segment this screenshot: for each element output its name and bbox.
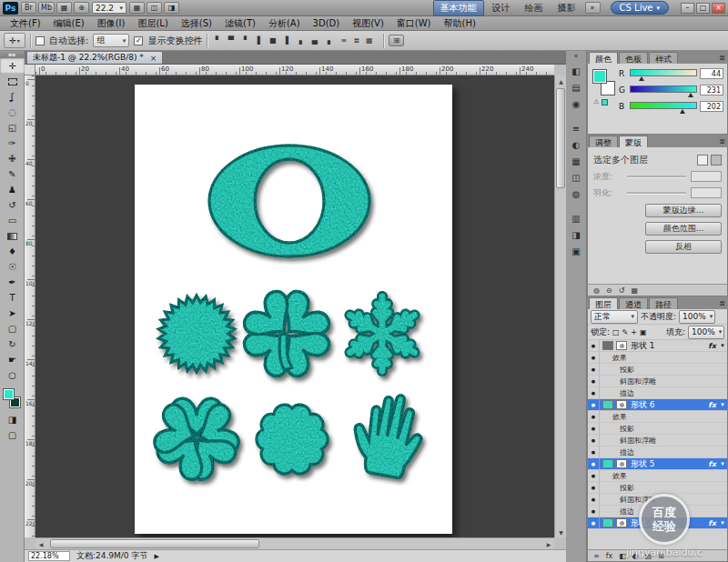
status-menu-arrow-icon[interactable]: ▶ [154, 553, 158, 560]
panel-icon-8[interactable]: ◍ [568, 187, 584, 201]
slider-thumb[interactable] [680, 109, 685, 114]
align-icon-2[interactable]: ▝ [238, 35, 249, 46]
align-icon-10[interactable]: ≣ [350, 35, 362, 46]
crop-tool[interactable]: ◱ [0, 120, 25, 135]
auto-select-dropdown[interactable]: 组 [93, 34, 129, 47]
channel-value-field[interactable]: 44 [700, 68, 723, 79]
effect-row[interactable]: ●斜面和浮雕 [588, 376, 727, 387]
menu-item-6[interactable]: 分析(A) [262, 17, 307, 30]
layer-row[interactable]: ●形状 5fx▾ [588, 458, 727, 470]
layers-footer-icon-0[interactable]: ∞ [593, 552, 600, 560]
collapse-effects-icon[interactable]: ▾ [718, 342, 727, 349]
color-tab[interactable]: 色板 [619, 52, 648, 64]
effects-header-row[interactable]: ●效果 [588, 470, 727, 482]
vertical-scrollbar[interactable]: ▲ ▼ [554, 75, 566, 537]
channel-slider[interactable] [630, 102, 697, 109]
visibility-eye-icon[interactable]: ● [588, 364, 600, 375]
workspace-button[interactable]: 设计 [486, 1, 517, 15]
effect-row[interactable]: ●斜面和浮雕 [588, 435, 727, 447]
visibility-eye-icon[interactable]: ● [588, 435, 600, 446]
layers-footer-icon-1[interactable]: fx [606, 552, 613, 560]
mask-button[interactable]: 反相 [645, 240, 722, 254]
align-icon-7[interactable]: ▄ [308, 35, 320, 46]
effects-header-row[interactable]: ●效果 [588, 411, 727, 423]
effect-row[interactable]: ●投影 [588, 423, 727, 435]
workspace-overflow-button[interactable]: » [585, 2, 601, 14]
document-page[interactable] [135, 85, 452, 534]
foreground-color-swatch[interactable] [592, 69, 607, 84]
quick-selection-tool[interactable]: ◌ [0, 105, 25, 120]
align-icon-11[interactable]: ▦ [363, 35, 375, 46]
app-icon-2[interactable]: ▦ [56, 2, 72, 14]
channel-slider[interactable] [630, 69, 697, 76]
menu-item-4[interactable]: 选择(S) [175, 17, 218, 30]
visibility-eye-icon[interactable]: ● [588, 376, 600, 386]
align-icon-6[interactable]: ▖ [296, 35, 308, 46]
scroll-right-icon[interactable]: ▶ [543, 538, 554, 549]
workspace-button[interactable]: 摄影 [551, 1, 582, 15]
menu-item-0[interactable]: 文件(F) [4, 17, 47, 30]
mask-button[interactable]: 颜色范围... [645, 222, 722, 236]
workspace-button[interactable]: 基本功能 [433, 0, 484, 16]
show-transform-checkbox[interactable]: ✓ [134, 36, 143, 45]
panel-menu-icon[interactable]: ≣ [719, 299, 725, 307]
mask-button[interactable]: 蒙版边缘... [645, 204, 722, 217]
panel-menu-icon[interactable]: ≣ [719, 54, 725, 62]
visibility-eye-icon[interactable]: ● [588, 447, 600, 457]
canvas-area[interactable] [35, 75, 554, 537]
move-tool[interactable]: ✛ [0, 58, 25, 74]
horizontal-scrollbar[interactable]: ◀ ▶ [35, 537, 554, 549]
vector-mask-icon[interactable] [711, 155, 722, 166]
dodge-tool[interactable]: ☉ [0, 259, 25, 275]
collapse-dock-button[interactable]: « [574, 51, 579, 62]
visibility-eye-icon[interactable]: ● [588, 482, 600, 493]
auto-select-checkbox[interactable] [35, 36, 45, 45]
lock-icon-0[interactable]: □ [612, 328, 620, 336]
panel-icon-7[interactable]: ◫ [568, 171, 584, 185]
workspace-button[interactable]: 绘画 [519, 1, 550, 15]
fill-dropdown[interactable]: 100% [688, 326, 724, 339]
menu-item-3[interactable]: 图层(L) [131, 17, 174, 30]
view-icon-1[interactable]: ◫ [147, 2, 162, 14]
lasso-tool[interactable]: ʆ [0, 89, 25, 105]
panel-icon-1[interactable]: ◧ [568, 65, 584, 78]
visibility-eye-icon[interactable]: ● [588, 517, 600, 528]
quick-mask-button[interactable]: ◨ [0, 412, 25, 427]
panel-icon-3[interactable]: ◉ [568, 97, 584, 111]
lock-icon-2[interactable]: + [631, 328, 637, 336]
align-icon-0[interactable]: ▘ [212, 35, 224, 46]
view-icon-2[interactable]: ◨ [164, 2, 179, 14]
menu-item-10[interactable]: 帮助(H) [438, 17, 482, 30]
type-tool[interactable]: T [0, 290, 25, 306]
color-tab[interactable]: 颜色 [589, 52, 618, 64]
menu-item-1[interactable]: 编辑(E) [47, 17, 91, 30]
visibility-eye-icon[interactable]: ● [588, 387, 600, 398]
app-icon-0[interactable]: Br [21, 2, 36, 14]
lock-icon-1[interactable]: ✎ [622, 328, 629, 336]
mask-footer-icon-0[interactable]: ◍ [593, 286, 600, 295]
panel-icon-4[interactable]: ≡ [568, 122, 584, 135]
panel-icon-5[interactable]: ◐ [568, 138, 584, 152]
view-icon-0[interactable]: ▦ [129, 2, 145, 14]
gamut-color-cube[interactable] [602, 99, 608, 105]
layer-row[interactable]: ●形状 1fx▾ [588, 340, 727, 352]
pixel-mask-icon[interactable] [697, 155, 708, 166]
menu-item-9[interactable]: 窗口(W) [390, 17, 438, 30]
panel-icon-9[interactable]: ▥ [568, 212, 584, 226]
visibility-eye-icon[interactable]: ● [588, 458, 600, 469]
zoom-level-dropdown[interactable]: 22.2▾ [92, 2, 126, 14]
panel-icon-6[interactable]: ▦ [568, 155, 584, 168]
minimize-button[interactable]: – [681, 3, 694, 14]
opacity-dropdown[interactable]: 100% [679, 310, 715, 324]
channel-slider[interactable] [630, 85, 697, 93]
zoom-tool[interactable]: ○ [0, 367, 25, 383]
channel-value-field[interactable]: 202 [700, 101, 723, 112]
auto-align-button[interactable]: ⊞ [389, 35, 404, 46]
eyedropper-tool[interactable]: ✑ [0, 135, 25, 151]
visibility-eye-icon[interactable]: ● [588, 411, 600, 422]
eraser-tool[interactable]: ▭ [0, 213, 25, 228]
visibility-eye-icon[interactable]: ● [588, 423, 600, 434]
menu-item-2[interactable]: 图像(I) [91, 17, 132, 30]
collapse-effects-icon[interactable]: ▾ [718, 519, 727, 527]
panel-icon-10[interactable]: ◨ [568, 228, 584, 242]
